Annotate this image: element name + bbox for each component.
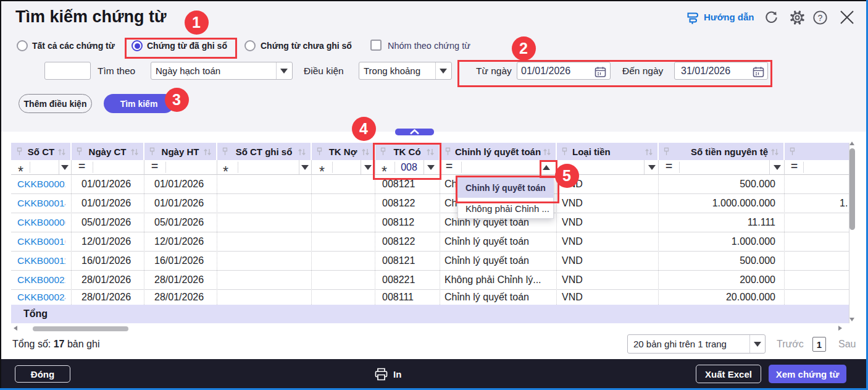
svg-text:?: ? xyxy=(818,13,823,23)
